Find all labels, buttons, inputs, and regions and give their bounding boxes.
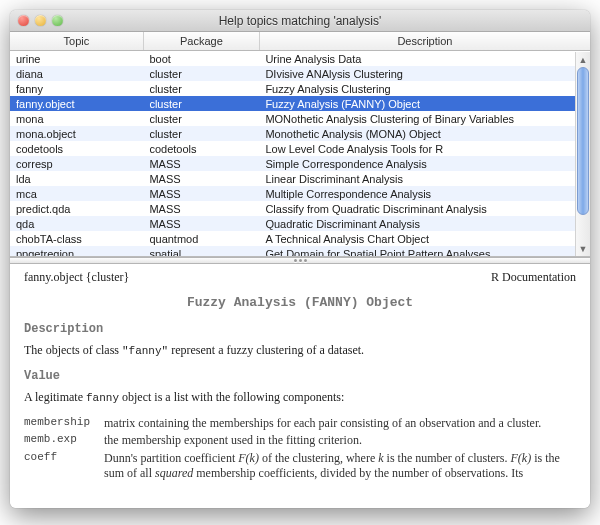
component-val: matrix containing the memberships for ea… — [104, 414, 576, 432]
cell-description: Get Domain for Spatial Point Pattern Ana… — [259, 246, 590, 256]
cell-description: DIvisive ANAlysis Clustering — [259, 66, 590, 81]
results-panel: Topic Package Description urinebootUrine… — [10, 32, 590, 257]
desc-text-post: represent a fuzzy clustering of a datase… — [168, 343, 364, 357]
cell-topic: ppgetregion — [10, 246, 143, 256]
scroll-down-icon[interactable]: ▼ — [576, 241, 590, 256]
help-window: Help topics matching 'analysis' Topic Pa… — [10, 10, 590, 508]
cell-topic: codetools — [10, 141, 143, 156]
cell-description: Multiple Correspondence Analysis — [259, 186, 590, 201]
cell-package: MASS — [143, 186, 259, 201]
cell-description: Quadratic Discriminant Analysis — [259, 216, 590, 231]
cell-topic: lda — [10, 171, 143, 186]
components-table: membership matrix containing the members… — [24, 414, 576, 482]
table-row[interactable]: monaclusterMONothetic Analysis Clusterin… — [10, 111, 590, 126]
cv-pre: Dunn's partition coefficient — [104, 451, 238, 465]
cell-package: cluster — [143, 96, 259, 111]
doc-context: fanny.object {cluster} — [24, 270, 129, 285]
cell-topic: corresp — [10, 156, 143, 171]
table-row[interactable]: codetoolscodetoolsLow Level Code Analysi… — [10, 141, 590, 156]
cell-description: Low Level Code Analysis Tools for R — [259, 141, 590, 156]
cell-description: Linear Discriminant Analysis — [259, 171, 590, 186]
cell-package: cluster — [143, 81, 259, 96]
desc-text-pre: The objects of class — [24, 343, 122, 357]
cell-topic: mona — [10, 111, 143, 126]
splitter-handle[interactable] — [10, 257, 590, 264]
column-header-topic[interactable]: Topic — [10, 32, 143, 51]
table-row[interactable]: qdaMASSQuadratic Discriminant Analysis — [10, 216, 590, 231]
table-row[interactable]: fanny.objectclusterFuzzy Analysis (FANNY… — [10, 96, 590, 111]
table-row[interactable]: mcaMASSMultiple Correspondence Analysis — [10, 186, 590, 201]
column-header-package[interactable]: Package — [143, 32, 259, 51]
documentation-pane: fanny.object {cluster} R Documentation F… — [10, 264, 590, 508]
cell-topic: mca — [10, 186, 143, 201]
cv-i3: F(k) — [511, 451, 532, 465]
cell-package: quantmod — [143, 231, 259, 246]
cell-description: Monothetic Analysis (MONA) Object — [259, 126, 590, 141]
cv-i4: squared — [155, 466, 193, 480]
cell-package: cluster — [143, 111, 259, 126]
zoom-icon[interactable] — [52, 15, 63, 26]
scroll-thumb[interactable] — [577, 67, 589, 215]
component-row: memb.exp the membership exponent used in… — [24, 431, 576, 449]
value-text: A legitimate fanny object is a list with… — [24, 389, 576, 406]
cell-topic: mona.object — [10, 126, 143, 141]
cell-package: MASS — [143, 201, 259, 216]
table-scrollbar[interactable]: ▲ ▼ — [575, 52, 590, 256]
cell-package: cluster — [143, 66, 259, 81]
cell-package: MASS — [143, 156, 259, 171]
doc-source: R Documentation — [491, 270, 576, 285]
cell-description: Fuzzy Analysis Clustering — [259, 81, 590, 96]
cell-topic: fanny.object — [10, 96, 143, 111]
component-key: membership — [24, 414, 104, 432]
table-row[interactable]: dianaclusterDIvisive ANAlysis Clustering — [10, 66, 590, 81]
cell-package: codetools — [143, 141, 259, 156]
component-val: the membership exponent used in the fitt… — [104, 431, 576, 449]
column-header-description[interactable]: Description — [259, 32, 590, 51]
value-text-post: object is a list with the following comp… — [119, 390, 344, 404]
cell-description: Urine Analysis Data — [259, 51, 590, 67]
component-key: coeff — [24, 449, 104, 482]
cell-topic: predict.qda — [10, 201, 143, 216]
table-row[interactable]: mona.objectclusterMonothetic Analysis (M… — [10, 126, 590, 141]
desc-code: "fanny" — [122, 345, 168, 357]
scroll-track[interactable] — [576, 67, 590, 241]
description-text: The objects of class "fanny" represent a… — [24, 342, 576, 359]
section-value: Value — [24, 369, 576, 383]
table-row[interactable]: urinebootUrine Analysis Data — [10, 51, 590, 67]
cv-i1: F(k) — [238, 451, 259, 465]
cell-description: Classify from Quadratic Discriminant Ana… — [259, 201, 590, 216]
value-code: fanny — [86, 392, 119, 404]
cell-topic: chobTA-class — [10, 231, 143, 246]
cell-description: Fuzzy Analysis (FANNY) Object — [259, 96, 590, 111]
cv-mid2: is the number of clusters. — [384, 451, 511, 465]
window-title: Help topics matching 'analysis' — [10, 14, 590, 28]
component-row: coeff Dunn's partition coefficient F(k) … — [24, 449, 576, 482]
cv-mid: of the clustering, where — [259, 451, 378, 465]
table-row[interactable]: ldaMASSLinear Discriminant Analysis — [10, 171, 590, 186]
table-row[interactable]: predict.qdaMASSClassify from Quadratic D… — [10, 201, 590, 216]
value-text-pre: A legitimate — [24, 390, 86, 404]
table-row[interactable]: ppgetregionspatialGet Domain for Spatial… — [10, 246, 590, 256]
cell-package: MASS — [143, 216, 259, 231]
minimize-icon[interactable] — [35, 15, 46, 26]
table-row[interactable]: correspMASSSimple Correspondence Analysi… — [10, 156, 590, 171]
scroll-up-icon[interactable]: ▲ — [576, 52, 590, 67]
cell-description: Simple Correspondence Analysis — [259, 156, 590, 171]
table-row[interactable]: fannyclusterFuzzy Analysis Clustering — [10, 81, 590, 96]
table-row[interactable]: chobTA-classquantmodA Technical Analysis… — [10, 231, 590, 246]
titlebar[interactable]: Help topics matching 'analysis' — [10, 10, 590, 32]
cell-description: A Technical Analysis Chart Object — [259, 231, 590, 246]
cell-topic: diana — [10, 66, 143, 81]
traffic-lights — [18, 15, 63, 26]
results-table: Topic Package Description urinebootUrine… — [10, 32, 590, 256]
cv-end: membership coefficients, divided by the … — [193, 466, 523, 480]
component-key: memb.exp — [24, 431, 104, 449]
close-icon[interactable] — [18, 15, 29, 26]
cell-topic: fanny — [10, 81, 143, 96]
component-val: Dunn's partition coefficient F(k) of the… — [104, 449, 576, 482]
cell-description: MONothetic Analysis Clustering of Binary… — [259, 111, 590, 126]
cell-package: MASS — [143, 171, 259, 186]
cell-topic: urine — [10, 51, 143, 67]
cell-package: boot — [143, 51, 259, 67]
cell-package: spatial — [143, 246, 259, 256]
